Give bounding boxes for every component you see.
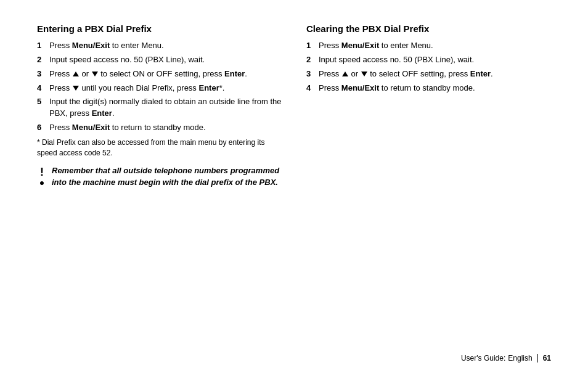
step-content: Input speed access no. 50 (PBX Line), wa… (319, 54, 551, 66)
step-number: 2 (37, 54, 49, 66)
list-item: 5 Input the digit(s) normally dialed to … (37, 96, 282, 120)
up-arrow-icon (342, 72, 348, 76)
note-content: Remember that all outside telephone numb… (52, 165, 282, 189)
step-content: Press Menu/Exit to return to standby mod… (319, 83, 551, 94)
left-section-title: Entering a PBX Dial Prefix (37, 23, 282, 34)
note-box: ! ● Remember that all outside telephone … (37, 165, 282, 189)
step-content: Press Menu/Exit to return to standby mod… (49, 122, 282, 134)
page: Entering a PBX Dial Prefix 1 Press Menu/… (0, 0, 588, 381)
step-number: 4 (306, 83, 319, 94)
step-content: Press until you reach Dial Prefix, press… (49, 83, 282, 94)
left-column: Entering a PBX Dial Prefix 1 Press Menu/… (37, 23, 282, 343)
step-number: 1 (37, 40, 49, 52)
right-column: Clearing the PBX Dial Prefix 1 Press Men… (306, 23, 551, 343)
footer-divider (537, 354, 538, 363)
list-item: 1 Press Menu/Exit to enter Menu. (306, 40, 551, 52)
footer-guide-label: User's Guide: (461, 354, 505, 363)
list-item: 3 Press or to select OFF setting, press … (306, 68, 551, 80)
footer-page-number: 61 (543, 354, 551, 363)
list-item: 4 Press Menu/Exit to return to standby m… (306, 83, 551, 94)
down-arrow-icon (73, 86, 79, 91)
step-number: 3 (37, 68, 49, 80)
step-content: Press or to select ON or OFF setting, pr… (49, 68, 282, 80)
step-content: Input the digit(s) normally dialed to ob… (49, 96, 282, 120)
step-number: 1 (306, 40, 319, 52)
step-content: Press Menu/Exit to enter Menu. (319, 40, 551, 52)
right-section-title: Clearing the PBX Dial Prefix (306, 23, 551, 34)
bullet-icon: ● (39, 179, 44, 187)
list-item: 3 Press or to select ON or OFF setting, … (37, 68, 282, 80)
list-item: 6 Press Menu/Exit to return to standby m… (37, 122, 282, 134)
step-number: 6 (37, 122, 49, 134)
list-item: 1 Press Menu/Exit to enter Menu. (37, 40, 282, 52)
step-content: Input speed access no. 50 (PBX Line), wa… (49, 54, 282, 66)
left-steps: 1 Press Menu/Exit to enter Menu. 2 Input… (37, 40, 282, 134)
exclamation-icon: ! (40, 166, 44, 178)
footer-language: English (508, 354, 532, 363)
step-number: 2 (306, 54, 319, 66)
down-arrow-icon (92, 72, 98, 76)
step-content: Press or to select OFF setting, press En… (319, 68, 551, 80)
list-item: 2 Input speed access no. 50 (PBX Line), … (306, 54, 551, 66)
step-content: Press Menu/Exit to enter Menu. (49, 40, 282, 52)
down-arrow-icon (361, 72, 367, 76)
step-number: 3 (306, 68, 319, 80)
footer: User's Guide: English 61 (37, 349, 551, 363)
right-steps: 1 Press Menu/Exit to enter Menu. 2 Input… (306, 40, 551, 94)
list-item: 2 Input speed access no. 50 (PBX Line), … (37, 54, 282, 66)
list-item: 4 Press until you reach Dial Prefix, pre… (37, 83, 282, 94)
step-number: 4 (37, 83, 49, 94)
content-area: Entering a PBX Dial Prefix 1 Press Menu/… (37, 23, 551, 343)
step-number: 5 (37, 96, 49, 120)
note-icons: ! ● (37, 165, 47, 187)
footnote-text: * Dial Prefix can also be accessed from … (37, 137, 282, 159)
up-arrow-icon (73, 72, 79, 76)
